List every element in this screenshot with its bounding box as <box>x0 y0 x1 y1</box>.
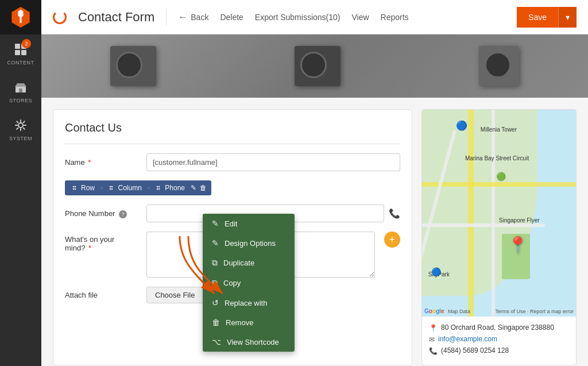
form-divider <box>65 144 400 144</box>
map-data-label: Map Data <box>448 309 470 314</box>
svg-point-8 <box>73 186 74 187</box>
toolbar-row-label: Row <box>81 184 95 192</box>
map-visual: Millenia Tower Marina Bay Street Circuit… <box>422 110 576 317</box>
map-label-marina: Marina Bay Street Circuit <box>465 155 529 161</box>
add-element-button[interactable]: + <box>384 232 400 248</box>
phone-toolbar-container: Row · Column · Phone ✎ 🗑 <box>65 180 400 200</box>
svg-point-16 <box>157 186 158 187</box>
sidebar-item-stores[interactable]: STORES <box>0 72 41 110</box>
toolbar-column-item[interactable]: Column <box>106 183 144 193</box>
sidebar-item-content[interactable]: 2 CONTENT <box>0 34 41 72</box>
form-panel: Contact Us Name * Row <box>53 109 412 365</box>
export-link[interactable]: Export Submissions(10) <box>255 13 341 22</box>
topbar-actions: Save ▾ <box>517 7 577 28</box>
toolbar-row-item[interactable]: Row <box>69 183 97 193</box>
map-address-row: 📍 80 Orchard Road, Singapore 238880 <box>429 323 569 332</box>
context-menu-remove[interactable]: 🗑 Remove <box>203 313 295 332</box>
hero-strip <box>41 34 588 98</box>
map-google-logo: Google Map Data <box>424 308 470 314</box>
back-label: Back <box>191 13 208 22</box>
map-road-h1 <box>422 182 576 187</box>
phone-handset-icon: 📞 <box>389 208 400 219</box>
name-input[interactable] <box>146 153 400 171</box>
context-menu: ✎ Edit ✎ Design Options ⧉ Duplicate ⧉ <box>203 214 295 352</box>
svg-point-11 <box>75 188 76 190</box>
map-panel: Millenia Tower Marina Bay Street Circuit… <box>421 109 577 365</box>
context-menu-edit[interactable]: ✎ Edit <box>203 214 295 233</box>
map-label-millenia: Millenia Tower <box>481 126 517 133</box>
map-location-pin: 📍 <box>508 236 528 255</box>
svg-point-14 <box>110 188 111 190</box>
name-label: Name * <box>65 158 140 167</box>
reports-link[interactable]: Reports <box>381 13 409 22</box>
copy-menu-label: Copy <box>223 279 241 287</box>
move-column-icon <box>109 184 115 191</box>
svg-point-17 <box>158 186 160 187</box>
delete-link[interactable]: Delete <box>220 13 243 22</box>
map-road-v1 <box>468 110 474 317</box>
toolbar-delete-icon[interactable]: 🗑 <box>200 184 207 192</box>
email-icon: ✉ <box>429 336 435 344</box>
toolbar-edit-icon[interactable]: ✎ <box>191 184 196 192</box>
store-icon <box>14 81 27 94</box>
map-terms: Terms of Use · Report a map error <box>495 309 574 314</box>
magento-logo-icon <box>10 7 31 28</box>
content-icon-box: 2 <box>13 41 29 57</box>
sidebar-item-system[interactable]: SYSTEM <box>0 110 41 148</box>
name-field-row: Name * <box>65 153 400 171</box>
svg-rect-6 <box>19 88 22 93</box>
loading-spinner <box>53 10 67 24</box>
toolbar-sep-2: · <box>148 183 150 193</box>
choose-file-button[interactable]: Choose File <box>146 287 203 303</box>
sidebar-stores-label: STORES <box>9 98 32 103</box>
map-icon-2: 🟢 <box>496 172 506 181</box>
map-address: 80 Orchard Road, Singapore 238880 <box>441 323 554 332</box>
save-dropdown-button[interactable]: ▾ <box>558 7 577 28</box>
shortcode-menu-label: View Shortcode <box>227 338 279 346</box>
map-email-row: ✉ info@example.com <box>429 335 569 344</box>
remove-menu-label: Remove <box>226 318 253 327</box>
map-phone-row: 📞 (4584) 5689 0254 128 <box>429 346 569 355</box>
svg-point-9 <box>75 186 76 187</box>
phone-help-icon: ? <box>119 210 127 218</box>
page-title: Contact Form <box>78 10 154 25</box>
map-road-h2 <box>422 224 545 227</box>
move-phone-icon <box>156 184 163 191</box>
context-menu-copy[interactable]: ⧉ Copy <box>203 273 295 293</box>
main-area: Contact Form ← Back Delete Export Submis… <box>41 0 588 366</box>
attach-label: Attach file <box>65 291 140 299</box>
map-info: 📍 80 Orchard Road, Singapore 238880 ✉ in… <box>422 317 576 365</box>
stores-icon-box <box>13 79 29 95</box>
toolbar-column-label: Column <box>118 184 141 192</box>
form-area: Contact Us Name * Row <box>41 98 588 366</box>
design-menu-icon: ✎ <box>212 238 219 248</box>
svg-rect-1 <box>15 44 20 49</box>
message-required-marker: * <box>88 244 91 252</box>
page-content: Contact Us Name * Row <box>41 34 588 366</box>
toolbar-phone-item[interactable]: Phone <box>153 183 187 193</box>
context-menu-design[interactable]: ✎ Design Options <box>203 233 295 253</box>
gear-icon <box>14 119 27 132</box>
svg-point-18 <box>157 188 158 190</box>
camera-image-1 <box>110 46 156 86</box>
context-menu-duplicate[interactable]: ⧉ Duplicate <box>203 253 295 273</box>
svg-rect-0 <box>20 10 21 23</box>
back-link[interactable]: ← Back <box>178 12 208 22</box>
svg-rect-4 <box>21 50 26 55</box>
element-toolbar: Row · Column · Phone ✎ 🗑 <box>65 180 211 195</box>
remove-menu-icon: 🗑 <box>212 318 220 327</box>
replace-menu-icon: ↺ <box>212 298 219 307</box>
topbar-nav: ← Back Delete Export Submissions(10) Vie… <box>178 12 505 22</box>
edit-menu-label: Edit <box>225 219 237 228</box>
shortcode-menu-icon: ⌥ <box>212 337 221 346</box>
save-button[interactable]: Save <box>517 7 558 28</box>
phone-info-icon: 📞 <box>429 347 438 355</box>
duplicate-menu-label: Duplicate <box>223 259 254 267</box>
context-menu-replace[interactable]: ↺ Replace with <box>203 293 295 313</box>
context-menu-shortcode[interactable]: ⌥ View Shortcode <box>203 332 295 352</box>
svg-point-10 <box>73 188 74 190</box>
map-email[interactable]: info@example.com <box>438 335 497 343</box>
toolbar-sep-1: · <box>100 183 103 193</box>
view-link[interactable]: View <box>351 13 369 22</box>
system-icon-box <box>13 117 29 133</box>
